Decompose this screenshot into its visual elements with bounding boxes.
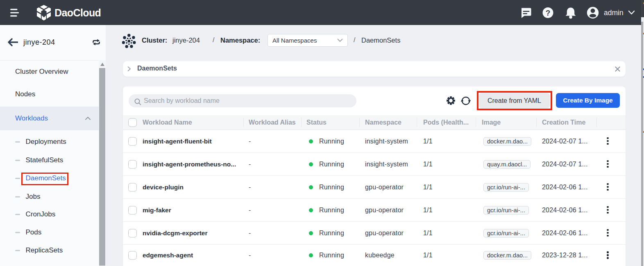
svg-text:?: ? [546, 8, 551, 17]
